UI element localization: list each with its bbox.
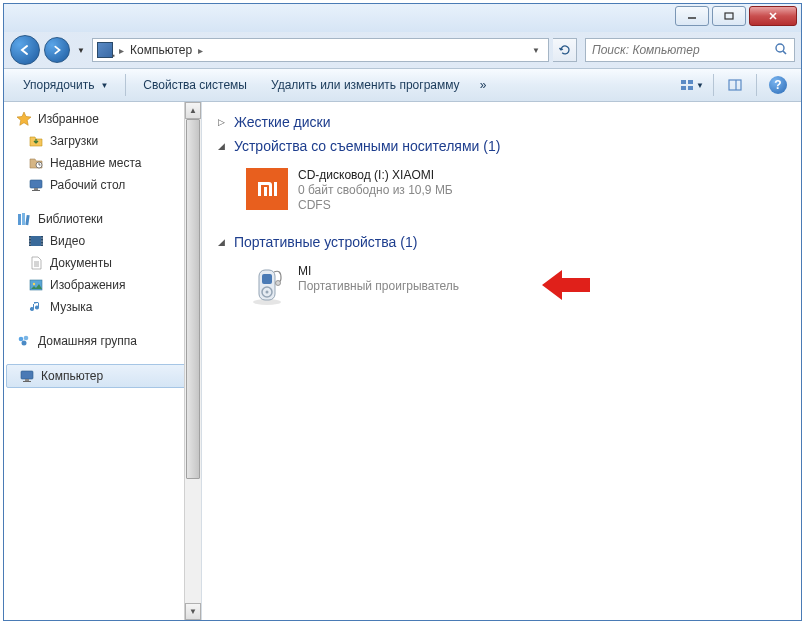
sidebar-item-video[interactable]: Видео [4, 230, 201, 252]
device-item-mi[interactable]: MI Портативный проигрыватель [242, 260, 785, 310]
uninstall-program-button[interactable]: Удалить или изменить программу [260, 73, 471, 97]
libraries-icon [16, 211, 32, 227]
sidebar-libraries-header[interactable]: Библиотеки [4, 208, 201, 230]
breadcrumb-separator-icon[interactable]: ▸ [196, 45, 205, 56]
sidebar-favorites-header[interactable]: Избранное [4, 108, 201, 130]
sidebar-label: Недавние места [50, 156, 141, 170]
sidebar-label: Загрузки [50, 134, 98, 148]
help-button[interactable]: ? [763, 72, 793, 98]
scroll-down-button[interactable]: ▼ [185, 603, 201, 620]
address-bar[interactable]: ▸ Компьютер ▸ ▼ [92, 38, 549, 62]
device-item-cddrive[interactable]: CD-дисковод (I:) XIAOMI 0 байт свободно … [242, 164, 785, 216]
svg-point-44 [276, 281, 281, 286]
svg-point-27 [41, 243, 42, 244]
svg-rect-36 [21, 371, 33, 379]
organize-button[interactable]: Упорядочить ▼ [12, 73, 119, 97]
svg-point-26 [41, 240, 42, 241]
device-name: MI [298, 264, 459, 278]
breadcrumb-separator-icon: ▸ [117, 45, 126, 56]
sidebar-label: Компьютер [41, 369, 103, 383]
pictures-icon [28, 277, 44, 293]
group-title: Устройства со съемными носителями (1) [234, 138, 500, 154]
group-header-hdd[interactable]: ▷ Жесткие диски [218, 110, 785, 134]
svg-rect-8 [681, 86, 686, 90]
sidebar-item-computer[interactable]: Компьютер [6, 364, 199, 388]
search-box[interactable] [585, 38, 795, 62]
toolbar: Упорядочить ▼ Свойства системы Удалить и… [4, 68, 801, 102]
chevron-down-icon: ▼ [100, 81, 108, 90]
properties-label: Свойства системы [143, 78, 247, 92]
search-icon[interactable] [774, 42, 788, 59]
maximize-button[interactable] [712, 6, 746, 26]
computer-icon [97, 42, 113, 58]
svg-point-4 [776, 44, 784, 52]
sidebar-item-pictures[interactable]: Изображения [4, 274, 201, 296]
collapse-arrow-icon: ◢ [218, 141, 228, 151]
sidebar-label: Видео [50, 234, 85, 248]
svg-point-32 [33, 283, 35, 285]
svg-point-35 [22, 341, 27, 346]
svg-rect-14 [34, 188, 38, 190]
minimize-button[interactable] [675, 6, 709, 26]
svg-rect-1 [725, 13, 733, 19]
address-dropdown[interactable]: ▼ [528, 46, 544, 55]
forward-button[interactable] [44, 37, 70, 63]
group-title: Жесткие диски [234, 114, 331, 130]
close-button[interactable] [749, 6, 797, 26]
navigation-bar: ▼ ▸ Компьютер ▸ ▼ [4, 32, 801, 68]
group-header-removable[interactable]: ◢ Устройства со съемными носителями (1) [218, 134, 785, 158]
breadcrumb-location[interactable]: Компьютер [130, 43, 192, 57]
sidebar-item-desktop[interactable]: Рабочий стол [4, 174, 201, 196]
expand-arrow-icon: ▷ [218, 117, 228, 127]
collapse-arrow-icon: ◢ [218, 237, 228, 247]
sidebar-homegroup-header[interactable]: Домашняя группа [4, 330, 201, 352]
favorites-icon [16, 111, 32, 127]
history-dropdown[interactable]: ▼ [74, 40, 88, 60]
svg-point-34 [24, 336, 29, 341]
explorer-window: ▼ ▸ Компьютер ▸ ▼ Упорядочить ▼ Свойства… [3, 3, 802, 621]
svg-point-24 [29, 243, 30, 244]
sidebar-label: Рабочий стол [50, 178, 125, 192]
sidebar-item-music[interactable]: Музыка [4, 296, 201, 318]
computer-icon [19, 368, 35, 384]
red-arrow-annotation [542, 268, 592, 305]
svg-rect-37 [25, 379, 29, 381]
refresh-button[interactable] [553, 38, 577, 62]
titlebar [4, 4, 801, 32]
video-icon [28, 233, 44, 249]
svg-point-25 [41, 237, 42, 238]
sidebar-label: Документы [50, 256, 112, 270]
xiaomi-logo-icon [246, 168, 288, 210]
view-options-button[interactable]: ▼ [677, 72, 707, 98]
search-input[interactable] [592, 43, 774, 57]
navigation-sidebar: Избранное Загрузки Недавние места [4, 102, 202, 620]
preview-pane-button[interactable] [720, 72, 750, 98]
svg-rect-19 [29, 236, 43, 246]
group-header-portable[interactable]: ◢ Портативные устройства (1) [218, 230, 785, 254]
scroll-thumb[interactable] [186, 119, 200, 479]
svg-point-23 [29, 240, 30, 241]
svg-point-22 [29, 237, 30, 238]
scroll-up-button[interactable]: ▲ [185, 102, 201, 119]
back-button[interactable] [10, 35, 40, 65]
sidebar-scrollbar[interactable]: ▲ ▼ [184, 102, 201, 620]
sidebar-item-recent[interactable]: Недавние места [4, 152, 201, 174]
system-properties-button[interactable]: Свойства системы [132, 73, 258, 97]
homegroup-icon [16, 333, 32, 349]
sidebar-label: Домашняя группа [38, 334, 137, 348]
desktop-icon [28, 177, 44, 193]
toolbar-separator [125, 74, 126, 96]
downloads-icon [28, 133, 44, 149]
toolbar-overflow-button[interactable]: » [473, 73, 494, 97]
sidebar-label: Музыка [50, 300, 92, 314]
sidebar-label: Избранное [38, 112, 99, 126]
recent-icon [28, 155, 44, 171]
group-title: Портативные устройства (1) [234, 234, 417, 250]
svg-line-5 [783, 51, 786, 54]
svg-rect-7 [688, 80, 693, 84]
portable-player-icon [246, 264, 288, 306]
sidebar-item-downloads[interactable]: Загрузки [4, 130, 201, 152]
svg-rect-6 [681, 80, 686, 84]
svg-rect-17 [22, 213, 25, 225]
sidebar-item-documents[interactable]: Документы [4, 252, 201, 274]
